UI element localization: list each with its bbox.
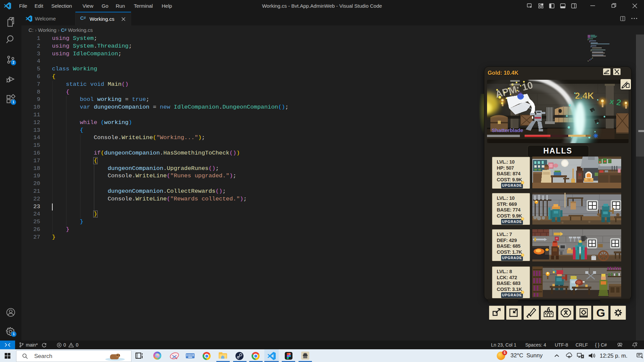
svg-text:Shatterblade: Shatterblade	[492, 127, 523, 133]
svg-text:x 2: x 2	[609, 96, 622, 107]
svg-text:2.4K: 2.4K	[575, 91, 594, 101]
